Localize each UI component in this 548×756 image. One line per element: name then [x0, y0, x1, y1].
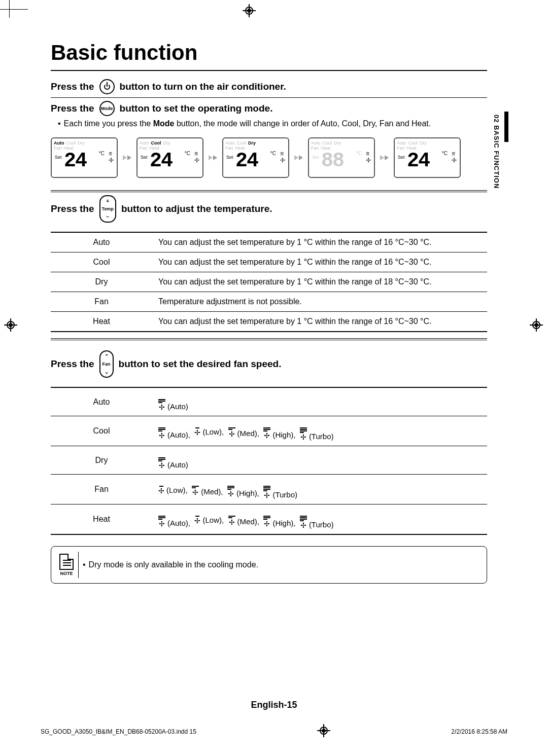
table-row: Heat✢ (Auto), ✢ (Low), ✢ (Med), ✢ (High)…: [51, 505, 487, 535]
mode-description: Each time you press the Mode button, the…: [58, 119, 487, 128]
page-title: Basic function: [51, 41, 487, 65]
step-mode-suffix: button to set the operating mode.: [120, 103, 273, 114]
arrow-right-icon: [209, 155, 217, 160]
lcd-display: AutoCoolDryFanHeatSet24°C≡✢: [394, 137, 461, 178]
note-text: Dry mode is only available in the coolin…: [89, 560, 258, 569]
desc-cell: You can adjust the set temperature by 1 …: [152, 312, 487, 332]
fan-speed-icon: ✢: [228, 516, 235, 526]
divider: [51, 97, 487, 98]
desc-cell: Temperature adjustment is not possible.: [152, 292, 487, 312]
speeds-cell: ✢ (Auto): [152, 387, 487, 416]
mode-button-icon: Mode: [99, 101, 115, 116]
lcd-display: AutoCoolDryFanHeatSet88°C≡✢: [308, 137, 375, 178]
step-fan: Press the ⌃ Fan ⌄ button to set the desi…: [51, 350, 487, 378]
registration-mark-bottom: [318, 725, 329, 738]
registration-mark-right: [531, 319, 543, 332]
arrow-right-icon: [123, 155, 131, 160]
mode-cell: Auto: [51, 232, 152, 253]
note-box: NOTE • Dry mode is only available in the…: [51, 546, 487, 584]
fan-speed-icon: ✢: [192, 486, 199, 496]
fan-speed-icon: ✢: [158, 427, 165, 439]
arrow-right-icon: [380, 155, 389, 160]
fan-speed-icon: ✢: [263, 516, 270, 527]
speeds-cell: ✢ (Low), ✢ (Med), ✢ (High), ✢ (Turbo): [152, 475, 487, 505]
temp-button-icon: + Temp −: [99, 195, 116, 223]
mode-cell: Fan: [51, 292, 152, 312]
fan-speed-icon: ✢: [263, 427, 270, 439]
fan-speed-icon: ✢: [228, 427, 235, 438]
footer-timestamp: 2/2/2016 8:25:58 AM: [451, 728, 507, 735]
registration-mark-left: [5, 319, 17, 332]
note-icon: NOTE: [59, 554, 74, 576]
mode-lcd-row: AutoCoolDryFanHeatSet24°C≡✢AutoCoolDryFa…: [51, 137, 487, 178]
fan-table: Auto✢ (Auto) Cool✢ (Auto), ✢ (Low), ✢ (M…: [51, 387, 487, 535]
mode-cell: Heat: [51, 505, 152, 535]
step-temp-suffix: button to adjust the temperature.: [121, 203, 272, 214]
table-row: Dry✢ (Auto): [51, 446, 487, 475]
table-row: HeatYou can adjust the set temperature b…: [51, 312, 487, 332]
mode-cell: Auto: [51, 387, 152, 416]
step-temp-prefix: Press the: [51, 203, 94, 214]
step-mode-prefix: Press the: [51, 103, 94, 114]
power-button-icon: [99, 79, 115, 94]
step-power-suffix: button to turn on the air conditioner.: [120, 81, 286, 92]
step-power-prefix: Press the: [51, 81, 94, 92]
section-tab: 02 BASIC FUNCTION: [494, 112, 508, 223]
fan-speed-icon: ✢: [194, 516, 200, 524]
step-mode: Press the Mode button to set the operati…: [51, 101, 487, 116]
fan-speed-icon: ✢: [300, 427, 307, 441]
divider: [51, 192, 487, 192]
registration-mark-top: [244, 5, 256, 17]
desc-cell: You can adjust the set temperature by 1 …: [152, 232, 487, 253]
lcd-display: AutoCoolDryFanHeatSet24°C≡✢: [136, 137, 203, 178]
divider: [51, 70, 487, 71]
mode-cell: Dry: [51, 272, 152, 292]
fan-button-icon: ⌃ Fan ⌄: [99, 350, 114, 378]
fan-speed-icon: ✢: [194, 427, 200, 436]
speeds-cell: ✢ (Auto), ✢ (Low), ✢ (Med), ✢ (High), ✢ …: [152, 505, 487, 535]
table-row: Fan✢ (Low), ✢ (Med), ✢ (High), ✢ (Turbo): [51, 475, 487, 505]
table-row: Cool✢ (Auto), ✢ (Low), ✢ (Med), ✢ (High)…: [51, 416, 487, 446]
fan-speed-icon: ✢: [158, 457, 165, 469]
fan-speed-icon: ✢: [300, 516, 307, 529]
table-row: DryYou can adjust the set temperature by…: [51, 272, 487, 292]
desc-cell: You can adjust the set temperature by 1 …: [152, 272, 487, 292]
mode-cell: Dry: [51, 446, 152, 475]
section-tab-label: 02 BASIC FUNCTION: [493, 115, 500, 189]
table-row: Auto✢ (Auto): [51, 387, 487, 416]
step-fan-prefix: Press the: [51, 358, 94, 370]
desc-cell: You can adjust the set temperature by 1 …: [152, 253, 487, 272]
step-temp: Press the + Temp − button to adjust the …: [51, 195, 487, 223]
fan-speed-icon: ✢: [158, 486, 164, 494]
mode-cell: Fan: [51, 475, 152, 505]
page-number-label: English-15: [0, 700, 548, 710]
fan-speed-icon: ✢: [263, 486, 270, 499]
mode-cell: Cool: [51, 416, 152, 446]
step-fan-suffix: button to set the desired fan speed.: [119, 358, 282, 370]
lcd-display: AutoCoolDryFanHeatSet24°C≡✢: [222, 137, 289, 178]
print-footer: SG_GOOD_A3050_IB&IM_EN_DB68-05200A-03.in…: [41, 725, 507, 738]
fan-speed-icon: ✢: [158, 516, 165, 527]
lcd-display: AutoCoolDryFanHeatSet24°C≡✢: [51, 137, 118, 178]
crop-corner-top-left: [0, 0, 36, 25]
fan-speed-icon: ✢: [227, 486, 234, 497]
speeds-cell: ✢ (Auto): [152, 446, 487, 475]
temp-table: AutoYou can adjust the set temperature b…: [51, 232, 487, 332]
mode-cell: Heat: [51, 312, 152, 332]
speeds-cell: ✢ (Auto), ✢ (Low), ✢ (Med), ✢ (High), ✢ …: [152, 416, 487, 446]
footer-file: SG_GOOD_A3050_IB&IM_EN_DB68-05200A-03.in…: [41, 728, 196, 735]
table-row: FanTemperature adjustment is not possibl…: [51, 292, 487, 312]
table-row: CoolYou can adjust the set temperature b…: [51, 253, 487, 272]
table-row: AutoYou can adjust the set temperature b…: [51, 232, 487, 253]
fan-speed-icon: ✢: [158, 399, 165, 411]
divider: [51, 338, 487, 340]
step-power: Press the button to turn on the air cond…: [51, 79, 487, 94]
arrow-right-icon: [294, 155, 303, 160]
mode-cell: Cool: [51, 253, 152, 272]
divider: [51, 190, 487, 191]
